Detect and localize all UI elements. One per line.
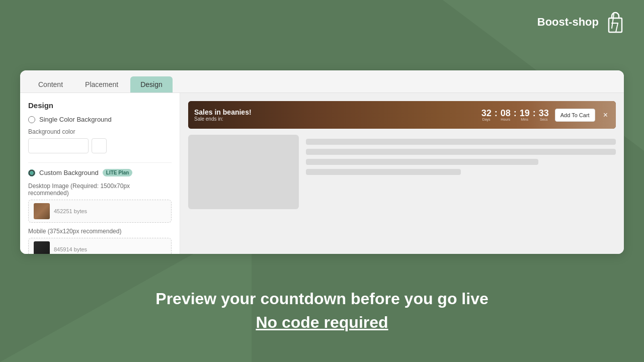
- color-swatch[interactable]: [92, 138, 107, 153]
- count-mins: 19 Mins: [520, 109, 530, 121]
- tabs-bar: Content Placement Design: [20, 70, 624, 93]
- hours-number: 08: [501, 109, 511, 118]
- tab-design[interactable]: Design: [130, 76, 173, 93]
- days-label: Days: [482, 118, 491, 121]
- tab-content[interactable]: Content: [28, 76, 73, 93]
- desktop-upload-box[interactable]: 452251 bytes: [28, 200, 172, 223]
- banner-preview: Sales in beanies! Sale ends in: 32 Days …: [188, 101, 616, 129]
- banner-text: Sales in beanies! Sale ends in:: [194, 108, 475, 122]
- right-panel: Sales in beanies! Sale ends in: 32 Days …: [180, 93, 624, 254]
- single-color-radio-label[interactable]: Single Color Background: [28, 116, 172, 123]
- single-color-label: Single Color Background: [39, 116, 112, 123]
- count-hours: 08 Hours: [501, 109, 511, 121]
- sep-2: :: [514, 109, 517, 118]
- banner-subtitle: Sale ends in:: [194, 116, 475, 122]
- banner-title: Sales in beanies!: [194, 108, 475, 116]
- color-inputs: [28, 138, 172, 153]
- banner-content: Sales in beanies! Sale ends in: 32 Days …: [188, 108, 616, 122]
- secs-number: 33: [539, 109, 549, 118]
- bottom-text-area: Preview your countdown before you go liv…: [0, 290, 644, 332]
- brand-icon: [605, 10, 629, 34]
- skeleton-lines: [306, 135, 616, 209]
- desktop-thumb: [34, 203, 50, 219]
- mobile-thumb: [34, 241, 50, 254]
- mins-label: Mins: [521, 118, 528, 121]
- custom-bg-row: Custom Background LITE Plan: [28, 169, 172, 176]
- count-secs: 33 Secs: [539, 109, 549, 121]
- mobile-upload-box[interactable]: 845914 bytes: [28, 238, 172, 254]
- skeleton-line-3: [306, 159, 538, 165]
- no-code-text[interactable]: No code required: [0, 313, 644, 332]
- add-to-cart-button[interactable]: Add To Cart: [555, 109, 595, 122]
- brand-name: Boost-shop: [537, 16, 599, 29]
- tab-placement[interactable]: Placement: [75, 76, 128, 93]
- bg-color-label: Background color: [28, 128, 172, 135]
- hours-label: Hours: [501, 118, 510, 121]
- skeleton-image: [188, 135, 299, 209]
- design-section-title: Design: [28, 101, 172, 110]
- custom-bg-label: Custom Background: [39, 169, 99, 176]
- custom-bg-radio[interactable]: [28, 169, 35, 176]
- mins-number: 19: [520, 109, 530, 118]
- countdown: 32 Days : 08 Hours : 19 Mins: [481, 109, 549, 121]
- card-body: Design Single Color Background Backgroun…: [20, 93, 624, 254]
- svg-line-3: [616, 23, 618, 32]
- count-days: 32 Days: [481, 109, 492, 121]
- skeleton-line-1: [306, 139, 616, 145]
- close-button[interactable]: ×: [601, 111, 610, 120]
- skeleton-area: [188, 135, 616, 209]
- skeleton-line-2: [306, 149, 616, 155]
- preview-text: Preview your countdown before you go liv…: [0, 290, 644, 308]
- days-number: 32: [481, 109, 492, 118]
- sep-3: :: [533, 109, 536, 118]
- custom-bg-radio-label[interactable]: Custom Background: [28, 169, 99, 176]
- desktop-image-size: 452251 bytes: [54, 208, 87, 214]
- mobile-image-size: 845914 bytes: [54, 246, 87, 252]
- lite-badge: LITE Plan: [103, 169, 133, 176]
- header: Boost-shop: [537, 10, 629, 34]
- left-panel: Design Single Color Background Backgroun…: [20, 93, 180, 254]
- desktop-image-label: Desktop Image (Required: 1500x70px recom…: [28, 183, 172, 197]
- divider: [28, 162, 172, 163]
- single-color-radio[interactable]: [28, 116, 35, 123]
- sep-1: :: [495, 109, 498, 118]
- secs-label: Secs: [540, 118, 548, 121]
- main-card: Content Placement Design Design Single C…: [20, 70, 624, 254]
- skeleton-line-4: [306, 169, 461, 175]
- svg-rect-0: [609, 18, 622, 32]
- color-text-input[interactable]: [28, 138, 89, 153]
- mobile-image-label: Mobile (375x120px recommended): [28, 228, 172, 235]
